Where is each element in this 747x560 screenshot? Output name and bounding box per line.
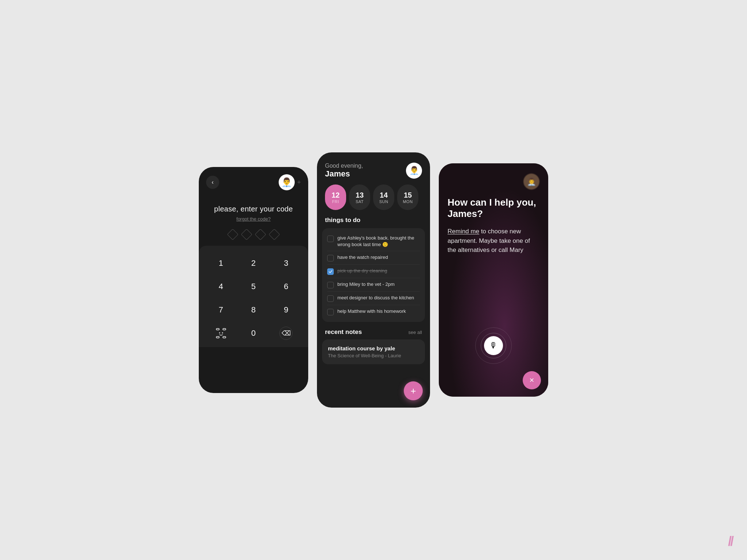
- close-icon: ×: [530, 376, 534, 385]
- pin-dot-3: [255, 229, 266, 240]
- task-text-5: meet designer to discuss the kitchen: [337, 295, 414, 301]
- assistant-title: How can I help you, James?: [448, 197, 539, 219]
- task-text-1: give Ashley's book back. brought the wro…: [337, 235, 420, 248]
- user-avatar-blurred: 👨‍💼: [523, 174, 539, 190]
- day-number: 13: [356, 191, 364, 199]
- mic-inner-ring: 🎙: [481, 333, 506, 358]
- add-icon[interactable]: +: [297, 179, 301, 186]
- key-1[interactable]: 1: [206, 253, 236, 273]
- task-checkbox-4[interactable]: [327, 282, 334, 288]
- tasks-list: give Ashley's book back. brought the wro…: [322, 228, 425, 322]
- task-item: meet designer to discuss the kitchen: [327, 291, 420, 305]
- tasks-screen: Good evening, James 👨‍💼 12 FRI 13 SAT 14…: [317, 152, 430, 408]
- delete-icon: ⌫: [279, 327, 293, 340]
- remind-me-link[interactable]: Remind me: [448, 228, 479, 235]
- task-text-6: help Matthew with his homework: [337, 308, 406, 315]
- key-5[interactable]: 5: [239, 276, 268, 297]
- calendar-day-fri[interactable]: 12 FRI: [325, 184, 346, 210]
- task-checkbox-2[interactable]: [327, 255, 334, 261]
- tasks-header: Good evening, James 👨‍💼: [317, 152, 430, 184]
- task-item: give Ashley's book back. brought the wro…: [327, 232, 420, 251]
- screens-container: ‹ 👨‍💼 + please, enter your code forgot t…: [199, 152, 548, 408]
- add-icon: +: [410, 385, 416, 397]
- day-label: SUN: [379, 199, 388, 204]
- task-checkbox-3[interactable]: [327, 268, 334, 275]
- task-text-2: have the watch repaired: [337, 254, 388, 261]
- key-3[interactable]: 3: [271, 253, 301, 273]
- greeting-subtitle: Good evening,: [325, 163, 363, 169]
- task-item: pick up the dry cleaning: [327, 264, 420, 278]
- day-number: 15: [404, 191, 412, 199]
- mic-outer-ring: 🎙: [475, 327, 512, 364]
- calendar-strip: 12 FRI 13 SAT 14 SUN 15 MON: [317, 184, 430, 217]
- pin-dot-1: [227, 229, 238, 240]
- key-7[interactable]: 7: [206, 300, 236, 320]
- task-item: bring Miley to the vet - 2pm: [327, 278, 420, 291]
- day-label: SAT: [356, 199, 364, 204]
- mic-button[interactable]: 🎙: [484, 336, 503, 355]
- delete-button[interactable]: ⌫: [271, 323, 301, 343]
- note-title: meditation course by yale: [328, 345, 419, 351]
- back-button[interactable]: ‹: [206, 176, 219, 189]
- keypad: 1 2 3 4 5 6 7 8 9: [202, 253, 305, 343]
- avatar: 👨‍💼: [279, 174, 295, 190]
- microphone-icon: 🎙: [489, 341, 498, 350]
- day-label: MON: [403, 199, 413, 204]
- task-item: help Matthew with his homework: [327, 305, 420, 318]
- key-0[interactable]: 0: [239, 323, 268, 343]
- svg-rect-2: [216, 337, 219, 338]
- day-number: 14: [380, 191, 388, 199]
- see-all-link[interactable]: see all: [408, 330, 422, 335]
- key-6[interactable]: 6: [271, 276, 301, 297]
- day-number: 12: [332, 191, 340, 199]
- svg-rect-1: [223, 328, 226, 330]
- task-text-3: pick up the dry cleaning: [337, 268, 387, 274]
- user-avatar[interactable]: 👨‍💼: [406, 163, 422, 179]
- key-8[interactable]: 8: [239, 300, 268, 320]
- back-icon: ‹: [212, 179, 213, 186]
- day-label: FRI: [332, 199, 339, 204]
- recent-notes-title: recent notes: [325, 328, 362, 336]
- pin-header: ‹ 👨‍💼 +: [199, 167, 308, 194]
- pin-dots: [199, 230, 308, 238]
- greeting-area: Good evening, James: [325, 163, 363, 179]
- pin-dot-2: [241, 229, 252, 240]
- task-checkbox-6[interactable]: [327, 309, 334, 315]
- svg-rect-3: [223, 337, 226, 338]
- avatar-emoji: 👨‍💼: [281, 177, 292, 187]
- calendar-day-sat[interactable]: 13 SAT: [349, 184, 370, 210]
- pin-dot-4: [268, 229, 280, 240]
- task-checkbox-5[interactable]: [327, 295, 334, 302]
- forgot-code-link[interactable]: forgot the code?: [199, 216, 308, 222]
- task-text-4: bring Miley to the vet - 2pm: [337, 281, 395, 288]
- pin-screen: ‹ 👨‍💼 + please, enter your code forgot t…: [199, 167, 308, 393]
- svg-point-4: [219, 332, 220, 334]
- calendar-day-sun[interactable]: 14 SUN: [373, 184, 394, 210]
- svg-point-5: [222, 332, 223, 334]
- pin-title: please, enter your code: [199, 194, 308, 216]
- recent-notes-header: recent notes see all: [317, 327, 430, 339]
- svg-rect-0: [216, 328, 219, 330]
- assistant-prompt: Remind me to choose new apartment. Maybe…: [448, 227, 539, 255]
- greeting-name: James: [325, 169, 363, 179]
- key-4[interactable]: 4: [206, 276, 236, 297]
- mic-area: 🎙: [475, 327, 512, 364]
- keypad-background: 1 2 3 4 5 6 7 8 9: [199, 246, 308, 347]
- face-id-button[interactable]: [206, 323, 236, 343]
- task-checkbox-1[interactable]: [327, 236, 334, 242]
- note-subtitle: The Science of Well-Being - Laurie: [328, 353, 419, 358]
- calendar-day-mon[interactable]: 15 MON: [397, 184, 418, 210]
- tasks-section-title: things to do: [317, 217, 430, 228]
- assistant-screen: 👨‍💼 How can I help you, James? Remind me…: [439, 163, 548, 397]
- key-2[interactable]: 2: [239, 253, 268, 273]
- brand-marks: //: [728, 534, 732, 549]
- close-button[interactable]: ×: [523, 371, 541, 389]
- assistant-header: 👨‍💼: [448, 174, 539, 190]
- key-9[interactable]: 9: [271, 300, 301, 320]
- assistant-content: 👨‍💼 How can I help you, James? Remind me…: [439, 163, 548, 255]
- task-item: have the watch repaired: [327, 251, 420, 264]
- avatar-add-area: 👨‍💼 +: [279, 174, 301, 190]
- note-card[interactable]: meditation course by yale The Science of…: [322, 339, 425, 364]
- add-button[interactable]: +: [404, 381, 423, 400]
